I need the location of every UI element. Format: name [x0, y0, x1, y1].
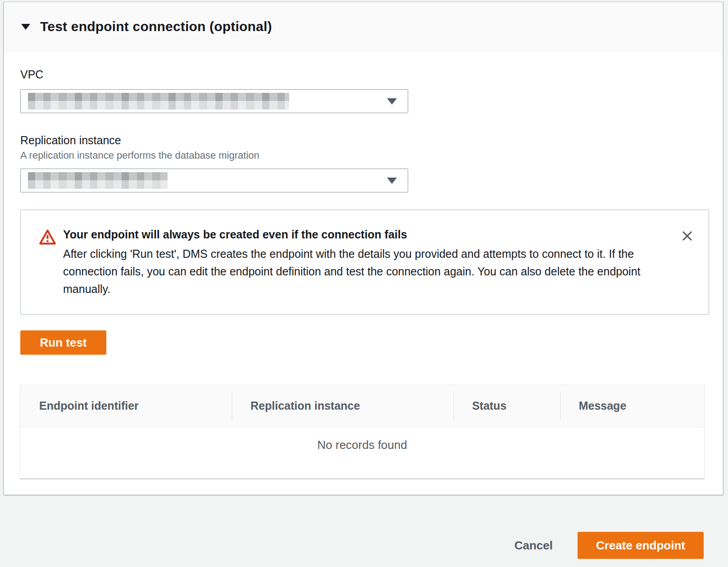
- close-icon: [680, 238, 694, 244]
- chevron-down-icon: [387, 98, 397, 105]
- warning-body: After clicking 'Run test', DMS creates t…: [63, 245, 649, 298]
- warning-content: Your endpoint will always be created eve…: [63, 228, 675, 298]
- table-header-row: Endpoint identifier Replication instance…: [20, 385, 704, 427]
- vpc-select[interactable]: [20, 89, 408, 113]
- replication-instance-select[interactable]: [20, 169, 408, 192]
- column-header-status: Status: [453, 399, 560, 412]
- connection-results-table: Endpoint identifier Replication instance…: [20, 384, 705, 479]
- form-actions-footer: Cancel Create endpoint: [0, 495, 728, 559]
- section-header-test-endpoint-connection[interactable]: Test endpoint connection (optional): [4, 2, 723, 51]
- warning-alert: Your endpoint will always be created eve…: [20, 210, 709, 315]
- column-header-endpoint-identifier: Endpoint identifier: [20, 399, 232, 412]
- column-header-replication-instance: Replication instance: [232, 399, 453, 412]
- chevron-down-icon: [387, 178, 397, 184]
- replication-instance-label: Replication instance: [20, 134, 708, 147]
- table-empty-state: No records found: [20, 427, 704, 478]
- vpc-label: VPC: [20, 68, 708, 81]
- column-header-message: Message: [560, 399, 704, 412]
- create-endpoint-button[interactable]: Create endpoint: [578, 532, 704, 559]
- section-title: Test endpoint connection (optional): [40, 19, 272, 34]
- collapse-caret-icon: [21, 24, 30, 30]
- section-body: VPC Replication instance A replication i…: [4, 51, 723, 479]
- cancel-button[interactable]: Cancel: [514, 539, 553, 553]
- vpc-selected-value-redacted: [28, 93, 289, 110]
- run-test-button[interactable]: Run test: [20, 330, 106, 355]
- test-endpoint-connection-panel: Test endpoint connection (optional) VPC …: [4, 2, 723, 495]
- replication-instance-description: A replication instance performs the data…: [20, 150, 708, 161]
- warning-triangle-icon: [39, 229, 56, 247]
- replication-instance-selected-value-redacted: [28, 172, 168, 189]
- warning-dismiss-button[interactable]: [679, 228, 695, 245]
- warning-title: Your endpoint will always be created eve…: [63, 228, 675, 241]
